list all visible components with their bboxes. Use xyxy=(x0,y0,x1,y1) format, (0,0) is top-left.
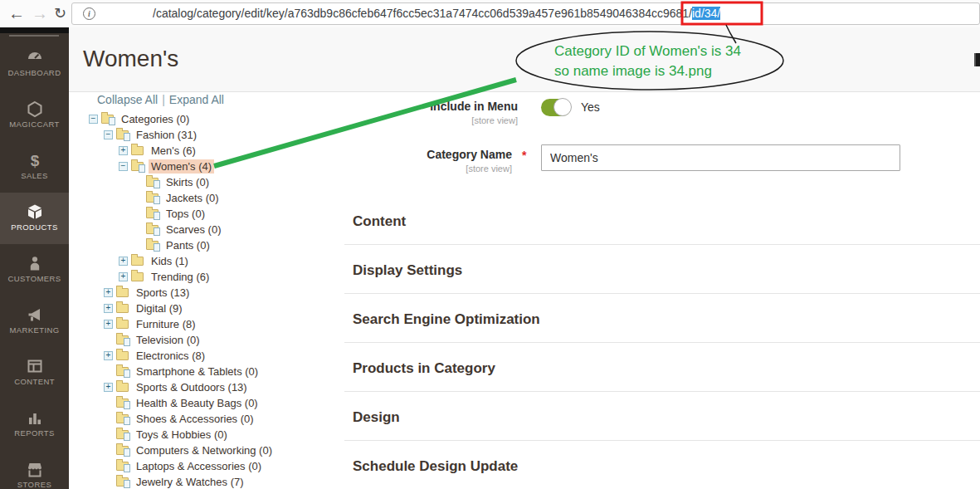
folder-icon xyxy=(116,399,129,408)
stores-icon xyxy=(26,460,44,478)
tree-node[interactable]: +Sports & Outdoors (13) xyxy=(69,379,401,395)
sidebar-item-reports[interactable]: REPORTS xyxy=(0,399,69,450)
tree-node[interactable]: Laptops & Accessories (0) xyxy=(69,458,401,474)
sidebar-item-sales[interactable]: $SALES xyxy=(0,141,69,193)
collapse-node-icon[interactable]: − xyxy=(89,115,98,124)
tree-node-label[interactable]: Health & Beauty Bags (0) xyxy=(134,396,261,410)
tree-node-label[interactable]: Television (0) xyxy=(134,333,202,347)
tree-node[interactable]: Pants (0) xyxy=(69,237,401,253)
section-design[interactable]: Design xyxy=(353,409,400,426)
tree-node-label[interactable]: Laptops & Accessories (0) xyxy=(134,459,264,473)
tree-node-label[interactable]: Sports (13) xyxy=(134,286,192,300)
tree-node-label[interactable]: Jackets (0) xyxy=(163,191,222,205)
include-in-menu-scope: [store view] xyxy=(352,115,518,125)
tree-node-label[interactable]: Digital (9) xyxy=(134,301,185,315)
category-name-input[interactable] xyxy=(541,144,900,171)
tree-node[interactable]: +Trending (6) xyxy=(69,269,401,285)
tree-node-label[interactable]: Computers & Networking (0) xyxy=(134,443,275,457)
section-content[interactable]: Content xyxy=(353,213,406,230)
expand-node-icon[interactable]: + xyxy=(119,146,128,155)
tree-node-label[interactable]: Skirts (0) xyxy=(163,175,212,189)
expand-all-link[interactable]: Expand All xyxy=(169,93,224,106)
tree-node-label[interactable]: Kids (1) xyxy=(149,254,191,268)
tree-node[interactable]: +Furniture (8) xyxy=(69,316,401,332)
tree-node-label[interactable]: Toys & Hobbies (0) xyxy=(134,428,230,442)
tree-node-label[interactable]: Smartphone & Tablets (0) xyxy=(134,364,261,379)
tree-node-label[interactable]: Men's (6) xyxy=(149,144,198,158)
section-schedule-design-update[interactable]: Schedule Design Update xyxy=(353,458,518,475)
folder-icon xyxy=(116,446,129,455)
url-text[interactable]: /catalog/category/edit/key/a763db9c86cfe… xyxy=(153,6,966,22)
tree-node-label[interactable]: Categories (0) xyxy=(119,112,192,126)
collapse-all-link[interactable]: Collapse All xyxy=(97,93,158,106)
tree-node-label[interactable]: Pants (0) xyxy=(163,238,212,252)
tree-node-label[interactable]: Fashion (31) xyxy=(134,128,199,142)
expand-node-icon[interactable]: + xyxy=(104,351,113,360)
tree-actions: Collapse All|Expand All xyxy=(97,93,224,106)
sidebar-item-marketing[interactable]: MARKETING xyxy=(0,296,69,347)
tree-node[interactable]: +Electronics (8) xyxy=(69,348,401,364)
folder-icon xyxy=(146,241,158,250)
admin-sidebar: DASHBOARDMAGICCART$SALESPRODUCTSCUSTOMER… xyxy=(0,27,69,489)
tree-node-label[interactable]: Scarves (0) xyxy=(163,222,223,237)
tree-node-label[interactable]: Jewelry & Watches (7) xyxy=(134,475,246,489)
tree-node[interactable]: Television (0) xyxy=(69,332,401,348)
tree-node[interactable]: Scarves (0) xyxy=(69,222,401,237)
collapse-node-icon[interactable]: − xyxy=(119,162,128,171)
admin-logo-strip xyxy=(0,27,69,33)
tree-node[interactable]: Jewelry & Watches (7) xyxy=(69,474,401,489)
expand-node-icon[interactable]: + xyxy=(104,320,113,329)
tree-node-label[interactable]: Tops (0) xyxy=(163,207,207,221)
collapse-node-icon[interactable]: − xyxy=(104,130,113,139)
section-products-in-category[interactable]: Products in Category xyxy=(353,360,495,377)
section-display-settings[interactable]: Display Settings xyxy=(353,262,462,279)
tree-node-label[interactable]: Shoes & Accessories (0) xyxy=(134,412,256,426)
tree-node-label[interactable]: Electronics (8) xyxy=(134,349,207,363)
sidebar-item-products[interactable]: PRODUCTS xyxy=(0,193,69,244)
tree-node[interactable]: Jackets (0) xyxy=(69,190,401,206)
folder-icon xyxy=(116,320,129,329)
tree-node-label[interactable]: Sports & Outdoors (13) xyxy=(134,380,250,394)
tree-node[interactable]: Smartphone & Tablets (0) xyxy=(69,364,401,379)
page-info-icon[interactable]: i xyxy=(83,7,95,20)
reports-icon xyxy=(26,408,44,427)
expand-node-icon[interactable]: + xyxy=(104,288,113,297)
back-icon[interactable]: ← xyxy=(8,2,25,25)
sidebar-item-label: SALES xyxy=(0,171,69,180)
tree-node-label[interactable]: Furniture (8) xyxy=(134,317,198,331)
section-search-engine-optimization[interactable]: Search Engine Optimization xyxy=(353,311,540,328)
tree-node[interactable]: Computers & Networking (0) xyxy=(69,443,401,458)
forward-icon: → xyxy=(32,2,48,25)
tree-node[interactable]: +Kids (1) xyxy=(69,253,401,269)
expand-node-icon[interactable]: + xyxy=(104,304,113,313)
refresh-icon[interactable]: ↻ xyxy=(54,2,66,25)
sidebar-item-content[interactable]: CONTENT xyxy=(0,347,69,399)
expand-node-icon[interactable]: + xyxy=(119,257,128,266)
svg-text:$: $ xyxy=(30,152,39,169)
include-in-menu-toggle[interactable] xyxy=(541,99,571,116)
tree-node[interactable]: Shoes & Accessories (0) xyxy=(69,411,401,427)
sidebar-item-customers[interactable]: CUSTOMERS xyxy=(0,244,69,296)
tree-node[interactable]: +Digital (9) xyxy=(69,301,401,316)
tree-node-label[interactable]: Women's (4) xyxy=(149,159,214,174)
tree-node[interactable]: Health & Beauty Bags (0) xyxy=(69,395,401,411)
sidebar-item-magiccart[interactable]: MAGICCART xyxy=(0,90,69,141)
folder-icon xyxy=(116,383,129,392)
sidebar-item-label: CUSTOMERS xyxy=(0,274,69,283)
folder-icon xyxy=(116,462,129,471)
dashboard-icon xyxy=(26,48,44,66)
sidebar-item-dashboard[interactable]: DASHBOARD xyxy=(0,38,69,90)
page-title: Women's xyxy=(83,46,178,72)
sidebar-item-stores[interactable]: STORES xyxy=(0,450,69,489)
tree-node[interactable]: −Categories (0) xyxy=(69,111,401,127)
marketing-icon xyxy=(26,306,44,324)
folder-icon xyxy=(116,288,129,297)
tree-node[interactable]: Skirts (0) xyxy=(69,174,401,190)
expand-node-icon[interactable]: + xyxy=(104,383,113,392)
tree-node[interactable]: Tops (0) xyxy=(69,206,401,222)
tree-node-label[interactable]: Trending (6) xyxy=(149,270,212,284)
tree-node[interactable]: −Fashion (31) xyxy=(69,127,401,143)
address-bar[interactable]: i /catalog/category/edit/key/a763db9c86c… xyxy=(71,2,980,25)
expand-node-icon[interactable]: + xyxy=(119,272,128,281)
magiccart-icon xyxy=(26,100,44,118)
